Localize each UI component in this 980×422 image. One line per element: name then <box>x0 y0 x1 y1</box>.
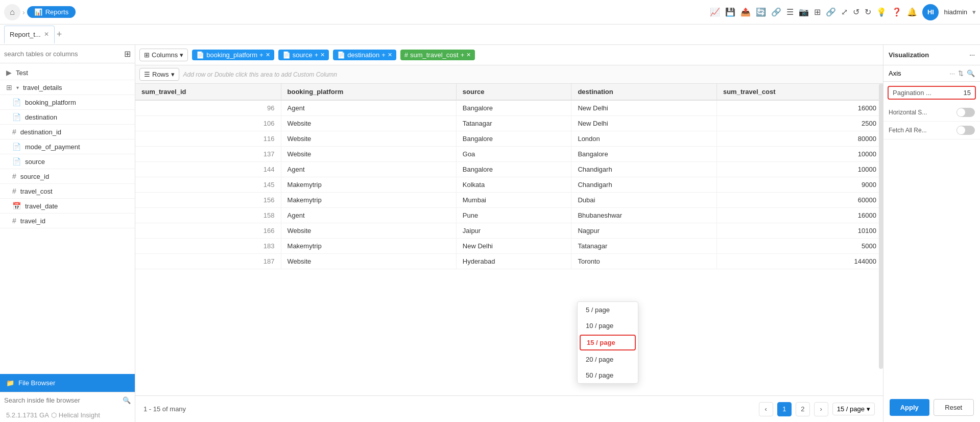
line-chart-icon[interactable]: 📈 <box>710 7 720 17</box>
sidebar-item-destination-id[interactable]: # destination_id <box>0 125 135 139</box>
sidebar-item-travel-cost[interactable]: # travel_cost <box>0 184 135 199</box>
avatar[interactable]: HI <box>922 4 939 20</box>
avatar-initials: HI <box>927 8 934 16</box>
undo-icon[interactable]: ↺ <box>853 7 859 17</box>
page-2-button[interactable]: 2 <box>796 402 810 416</box>
help-icon[interactable]: ❓ <box>892 7 902 17</box>
chip-booking-platform[interactable]: 📄 booking_platform + ✕ <box>192 50 274 60</box>
apply-button[interactable]: Apply <box>890 399 929 416</box>
cell-id: 106 <box>135 116 281 131</box>
cell-id: 144 <box>135 162 281 177</box>
chip-add-icon[interactable]: + <box>461 51 465 59</box>
cell-cost: 60000 <box>716 193 882 208</box>
pagination-right-control[interactable]: Pagination ... 15 <box>888 86 976 100</box>
table-row: 137 Website Goa Bangalore 10000 <box>135 147 883 162</box>
chip-source[interactable]: 📄 source + ✕ <box>278 50 329 60</box>
horizontal-scroll-toggle[interactable] <box>957 108 975 117</box>
prev-page-button[interactable]: ‹ <box>759 402 773 416</box>
page-1-button[interactable]: 1 <box>777 402 792 416</box>
search-icon[interactable]: 🔍 <box>123 396 131 404</box>
share-icon[interactable]: 🔗 <box>771 7 781 17</box>
hash-col-icon: # <box>12 217 16 225</box>
sidebar-item-label: Test <box>16 69 28 77</box>
camera-icon[interactable]: 📷 <box>799 7 809 17</box>
cell-cost: 144000 <box>716 254 882 269</box>
home-button[interactable]: ⌂ <box>4 4 20 20</box>
cell-booking-platform: Website <box>281 223 456 239</box>
folder-icon: 📁 <box>6 379 14 387</box>
chip-close-icon[interactable]: ✕ <box>266 52 270 58</box>
rows-chevron-icon: ▾ <box>171 71 175 78</box>
axis-search-icon[interactable]: 🔍 <box>967 69 975 77</box>
sidebar-item-travel-details[interactable]: ⊞ ▾ travel_details <box>0 80 135 95</box>
chip-sum-travel-cost[interactable]: # sum_travel_cost + ✕ <box>400 50 475 60</box>
page-info: 1 - 15 of many <box>144 405 755 413</box>
reset-button[interactable]: Reset <box>934 399 974 416</box>
cell-cost: 16000 <box>716 208 882 223</box>
nav-toolbar: 📈 💾 📤 🔄 🔗 ☰ 📷 ⊞ 🔗 ⤢ ↺ ↻ 💡 ❓ 🔔 HI hiadmin… <box>710 4 976 20</box>
sidebar-item-mode-of-payment[interactable]: 📄 mode_of_payment <box>0 139 135 154</box>
rows-section-button[interactable]: ☰ Rows ▾ <box>139 68 179 81</box>
tab-report[interactable]: Report_t... ✕ <box>4 26 55 44</box>
columns-section-button[interactable]: ⊞ Columns ▾ <box>139 49 188 61</box>
chevron-down-icon: ▾ <box>16 85 19 90</box>
right-panel: Visualization ··· Axis ··· ⇅ 🔍 Paginatio… <box>883 45 980 422</box>
bell-icon[interactable]: 🔔 <box>907 7 917 17</box>
version-info: 5.2.1.1731 GA ⬡ Helical Insight <box>0 408 135 422</box>
refresh-icon[interactable]: 🔄 <box>756 7 766 17</box>
sidebar-item-booking-platform[interactable]: 📄 booking_platform <box>0 95 135 110</box>
cell-destination: Chandigarh <box>571 177 717 193</box>
next-page-button[interactable]: › <box>814 402 828 416</box>
fetch-all-toggle[interactable] <box>957 126 975 135</box>
sidebar-item-label: source <box>25 158 45 166</box>
cell-source: Kolkata <box>456 177 571 193</box>
bulb-icon[interactable]: 💡 <box>876 7 887 17</box>
sidebar-item-travel-date[interactable]: 📅 travel_date <box>0 199 135 214</box>
chip-close-icon[interactable]: ✕ <box>466 52 471 58</box>
cell-booking-platform: Agent <box>281 162 456 177</box>
sidebar-item-test[interactable]: ▶ Test <box>0 65 135 80</box>
grid-view-icon[interactable]: ⊞ <box>124 49 131 59</box>
chip-close-icon[interactable]: ✕ <box>320 52 325 58</box>
sidebar-item-source-id[interactable]: # source_id <box>0 169 135 184</box>
chip-destination[interactable]: 📄 destination + ✕ <box>333 50 396 60</box>
chip-add-icon[interactable]: + <box>381 51 386 59</box>
visualization-more-icon[interactable]: ··· <box>969 51 975 59</box>
search-tables-input[interactable] <box>4 50 121 58</box>
redo-icon[interactable]: ↻ <box>865 7 871 17</box>
file-browser-search-input[interactable] <box>4 396 119 404</box>
file-browser-section[interactable]: 📁 File Browser <box>0 374 135 392</box>
user-label: hiadmin <box>944 8 967 16</box>
sidebar-item-label: travel_details <box>23 84 62 91</box>
chip-icon: 📄 <box>282 51 291 59</box>
chip-add-icon[interactable]: + <box>315 51 319 59</box>
sidebar-item-travel-id[interactable]: # travel_id <box>0 214 135 228</box>
nav-chevron-icon[interactable]: › <box>22 8 25 16</box>
sidebar-item-source[interactable]: 📄 source <box>0 154 135 169</box>
tab-close-icon[interactable]: ✕ <box>44 31 49 38</box>
reports-nav-button[interactable]: 📊 Reports <box>27 6 76 18</box>
axis-label: Axis <box>889 69 901 77</box>
export-icon[interactable]: 📤 <box>740 7 751 17</box>
save-icon[interactable]: 💾 <box>725 7 735 17</box>
user-dropdown-icon[interactable]: ▾ <box>972 8 976 16</box>
sidebar-item-destination[interactable]: 📄 destination <box>0 110 135 125</box>
chip-close-icon[interactable]: ✕ <box>388 52 392 58</box>
expand-icon[interactable]: ⤢ <box>841 7 848 17</box>
axis-more-icon[interactable]: ··· <box>949 69 955 77</box>
axis-sort-icon[interactable]: ⇅ <box>958 69 964 77</box>
page-size-select[interactable]: 15 / page ▾ <box>832 403 875 415</box>
sidebar-item-label: destination <box>25 113 57 121</box>
chain-icon[interactable]: 🔗 <box>826 7 836 17</box>
table-scrollbar[interactable] <box>879 84 883 369</box>
chip-add-icon[interactable]: + <box>259 51 264 59</box>
chip-icon: 📄 <box>337 51 345 59</box>
layers-icon[interactable]: ☰ <box>786 7 794 17</box>
cell-source: Bangalore <box>456 162 571 177</box>
tab-add-button[interactable]: + <box>57 29 62 40</box>
cell-source: Pune <box>456 208 571 223</box>
grid-icon[interactable]: ⊞ <box>814 7 821 17</box>
reports-icon: 📊 <box>34 8 42 16</box>
table-row: 144 Agent Bangalore Chandigarh 10000 <box>135 162 883 177</box>
cell-booking-platform: Agent <box>281 100 456 116</box>
